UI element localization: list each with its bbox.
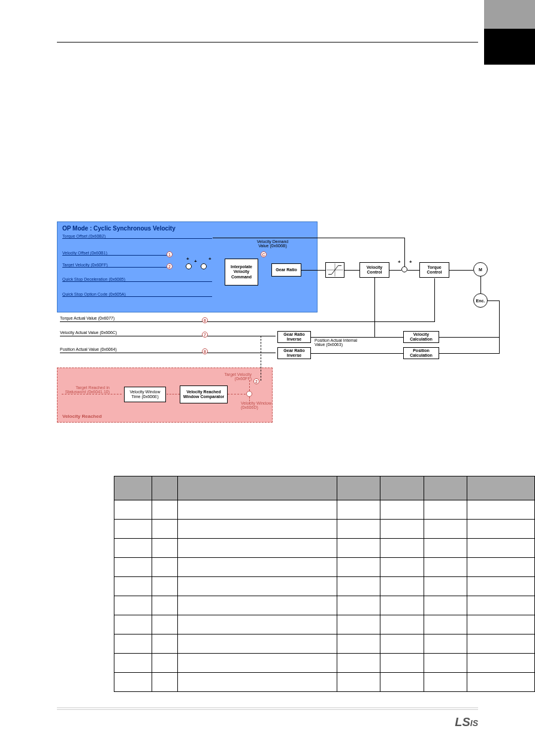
table-cell [467,577,534,596]
torque-offset-label: Torque Offset (0x60B2) [62,234,105,238]
table-cell [337,673,380,692]
table-cell [152,634,178,654]
table-cell [467,500,534,520]
header-gray-block [484,0,535,30]
torque-control-box: Torque Control [419,262,449,278]
table-cell [467,634,534,654]
badge-8: 8 [202,348,208,354]
table-row [114,558,535,577]
table-cell [380,558,424,577]
table-cell [337,539,380,558]
badge-1: 1 [167,251,173,257]
gear-ratio-inverse-2: Gear Ratio Inverse [277,347,311,359]
position-calculation-box: Position Calculation [403,347,439,359]
sum-vr [246,391,252,397]
sum-3 [401,266,407,272]
table-cell [380,615,424,634]
table-cell [152,539,178,558]
table-cell [178,673,337,692]
header-black-block [484,29,535,65]
table-cell [424,577,467,596]
table-cell [380,654,424,673]
m-circle: M [473,262,488,277]
table-cell [337,596,380,615]
table-cell [152,520,178,539]
table-row [114,654,535,673]
velocity-calculation-box: Velocity Calculation [403,331,439,343]
header-rule [57,42,478,42]
badge-7: 7 [202,332,208,338]
table-cell [178,596,337,615]
table-cell [152,558,178,577]
table-cell [114,558,152,577]
table-cell [114,615,152,634]
th-6 [424,476,467,500]
target-velocity-0x60ff-label: Target Velocity (0x60FF) [210,372,252,381]
table-cell [152,654,178,673]
target-reached-status-label: Target Reached in Statusword (0x6041.10) [62,385,110,394]
velocity-actual-label: Velocity Actual Value (0x606C) [60,330,117,335]
table-cell [152,615,178,634]
table-cell [380,539,424,558]
table-cell [152,577,178,596]
badge-2b: 2 [253,378,259,384]
table-cell [114,577,152,596]
table-row [114,577,535,596]
table-cell [114,654,152,673]
table-cell [114,539,152,558]
table-cell [424,654,467,673]
table-cell [178,500,337,520]
table-row [114,596,535,615]
table-cell [178,634,337,654]
badge-2: 2 [167,263,173,269]
table-cell [152,673,178,692]
table-cell [424,596,467,615]
table-cell [114,520,152,539]
table-cell [337,577,380,596]
table-cell [467,654,534,673]
limiter-icon [327,263,343,277]
table-cell [424,500,467,520]
table-cell [424,558,467,577]
interpolate-box: Interpolate Velocity Command [225,259,258,286]
table-row [114,520,535,539]
table-cell [114,500,152,520]
table-cell [178,577,337,596]
table-cell [424,673,467,692]
badge-6: 6 [202,317,208,323]
table-row [114,673,535,692]
table-row [114,500,535,520]
table-cell [467,520,534,539]
table-header-row [114,476,535,500]
table-cell [424,634,467,654]
th-2 [152,476,178,500]
table-cell [424,520,467,539]
gear-ratio-box: Gear Ratio [271,263,301,277]
table-row [114,615,535,634]
footer-rule-2 [57,709,478,710]
th-1 [114,476,152,500]
table-cell [178,615,337,634]
velocity-window-label: Velocity Window (0x606D) [241,401,277,409]
footer-rule-1 [57,708,478,708]
table-cell [152,596,178,615]
sum-2 [201,263,207,269]
table-cell [380,596,424,615]
table-cell [337,634,380,654]
table-cell [178,654,337,673]
sum-1 [186,263,192,269]
table-cell [380,577,424,596]
th-4 [337,476,380,500]
table-row [114,539,535,558]
block-diagram: OP Mode : Cyclic Synchronous Velocity To… [57,221,524,431]
th-7 [467,476,534,500]
limiter-box [325,262,344,278]
table-cell [178,558,337,577]
table-cell [152,500,178,520]
th-5 [380,476,424,500]
table-cell [178,520,337,539]
torque-actual-label: Torque Actual Value (0x6077) [60,316,114,320]
table-cell [424,615,467,634]
table-cell [114,596,152,615]
table-cell [337,520,380,539]
